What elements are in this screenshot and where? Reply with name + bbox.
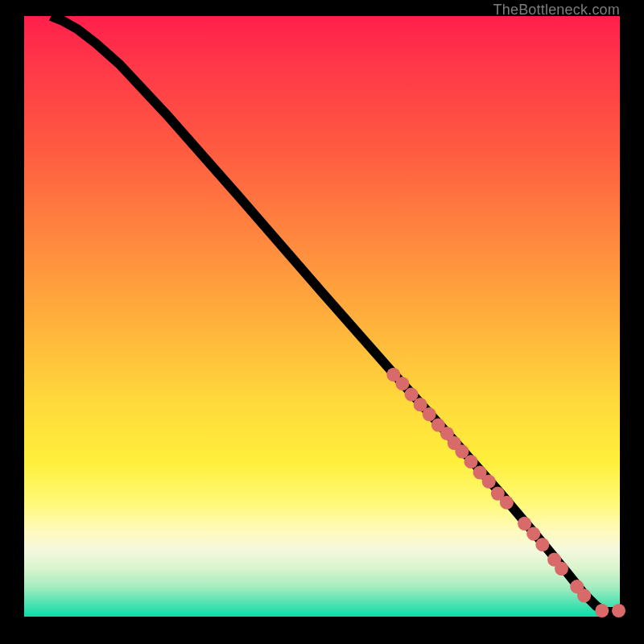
data-point	[595, 604, 609, 617]
data-point	[577, 588, 591, 602]
data-point	[423, 407, 436, 421]
bottleneck-curve	[51, 16, 620, 612]
data-point	[526, 526, 540, 540]
curve-svg	[24, 16, 620, 617]
attribution-text: TheBottleneck.com	[493, 2, 620, 19]
data-point	[555, 562, 568, 576]
data-point	[464, 455, 477, 469]
plot-area	[24, 16, 620, 617]
chart-stage: TheBottleneck.com	[0, 0, 644, 644]
data-point	[500, 496, 514, 510]
data-point	[395, 377, 409, 390]
data-point	[612, 604, 625, 617]
data-point	[535, 538, 549, 551]
data-point	[482, 475, 496, 489]
